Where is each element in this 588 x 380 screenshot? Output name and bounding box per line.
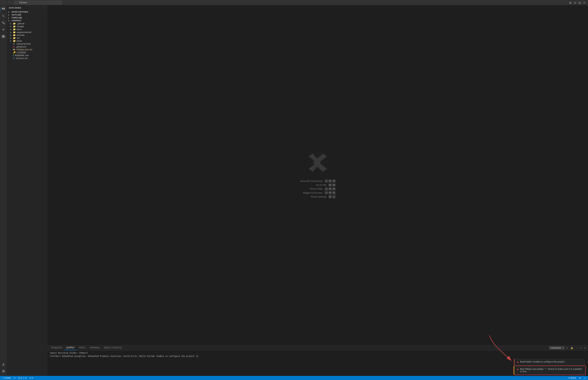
file-icon-git: ◈ [13,45,15,48]
status-changes[interactable]: ↓ 0 [29,377,34,379]
panel-lock-icon[interactable]: 🔒 [570,346,574,350]
folder-chevron-icon-7: ▶ [10,40,12,42]
folder-chevron-icon-3: ▶ [10,28,12,30]
file-name-readme: README.md [15,54,29,57]
search-input[interactable] [14,1,62,4]
settings-icon[interactable]: ⚙ [582,1,586,4]
content-area: Show All Commands ⇧ ⌘ P Go to File ⌘ P F [48,5,588,376]
activity-item-run[interactable] [0,26,7,33]
tree-item-include[interactable]: ▶ 📁 include [7,34,47,37]
tree-item-docs[interactable]: ▶ 📁 docs [7,28,47,31]
command-row-3: Find in Files ⇧ ⌘ F [300,188,336,190]
section-timeline[interactable]: ▶ TIMELINE [7,16,47,19]
command-label-3: Find in Files [310,188,322,190]
folder-icon-7: 📁 [13,40,16,42]
folder-chevron-icon-2: ▶ [10,25,12,27]
warning-icon: ⚠ [23,377,24,379]
status-errors[interactable]: ⊗ 0 ⚠ 0 [18,377,27,379]
kbd-9: ^ [325,191,328,194]
folder-icon-3: 📁 [13,28,16,31]
panel-more-icon[interactable]: ··· [575,346,578,350]
file-tree: ▶ 📁 .github ▶ 📁 cmake ▶ 📁 docs ▶ [7,22,47,60]
sidebar-more-button[interactable]: ··· [43,6,45,9]
commands-list: Show All Commands ⇧ ⌘ P Go to File ⌘ P F [300,180,336,198]
folder-chevron-icon-5: ▶ [10,34,12,36]
status-config-icon[interactable]: ⚙ [578,377,582,379]
tree-item-cmakelists[interactable]: M CMakeLists.txt [7,48,47,51]
folder-icon-2: 📁 [13,25,16,28]
branch-name: master [4,377,11,379]
section-chemist[interactable]: ▼ CHEMIST [7,19,47,22]
file-name-cmake: CMakeLists.txt [16,48,32,51]
status-branch[interactable]: ⑂ master [1,377,12,379]
activity-item-source-control[interactable] [0,19,7,26]
status-play-icon[interactable]: ▷ [584,377,587,379]
tree-item-src[interactable]: ▶ 📁 src [7,37,47,39]
kbd-10: ⌘ [328,191,332,194]
folder-name-2: cmake [17,25,24,28]
folder-name-7: tests [17,40,22,42]
tree-item-cmake[interactable]: ▶ 📁 cmake [7,25,47,28]
tab-problems[interactable]: PROBLEMS [49,345,64,350]
status-sync[interactable]: ↻ [13,377,16,379]
tree-item-license[interactable]: 🔑 LICENSE [7,51,47,54]
command-label-2: Go to File [316,184,326,186]
kbd-group-3: ⇧ ⌘ F [325,188,336,190]
status-build[interactable]: ⊙ Build [568,377,576,379]
output-dropdown-wrapper: CMake/Build [549,346,565,349]
activity-item-settings[interactable] [0,368,7,375]
tree-item-version[interactable]: ⊙ version.txt [7,57,47,60]
tab-output[interactable]: OUTPUT [64,345,77,350]
folder-name-6: src [17,37,20,39]
section-open-editors[interactable]: ▶ OPEN EDITORS [7,11,47,13]
titlebar-nav: ← → [2,1,12,4]
notif-text-2: Bad CMake executable: "". Check to make … [520,368,583,373]
command-row-5: Show Settings ⌘ , [300,195,336,198]
kbd-12: ⌘ [328,195,332,198]
back-button[interactable]: ← [2,1,6,4]
folder-icon-6: 📁 [13,37,16,39]
file-icon-clang: ≡ [13,42,15,45]
kbd-group-2: ⌘ P [328,184,336,187]
play-icon-status: ▷ [585,377,586,379]
kbd-5: P [332,184,336,187]
changes-count: 0 [32,377,33,379]
folder-name-3: docs [17,28,22,31]
file-name-version: version.txt [16,57,28,59]
status-right: ⊙ Build ⚙ ▷ [568,377,587,379]
tree-item-clang-format[interactable]: ≡ .clang-format [7,42,47,45]
file-icon-readme: ℹ [13,54,14,57]
tab-terminal[interactable]: TERMINAL [87,345,102,350]
layout-icon-2[interactable]: ▤ [573,1,577,4]
activity-item-extensions[interactable] [0,33,7,40]
tab-debug-console[interactable]: DEBUG CONSOLE [102,345,124,350]
forward-button[interactable]: → [7,1,12,4]
panel-expand-icon[interactable]: ∧ [580,346,583,350]
section-outline[interactable]: ▶ OUTLINE [7,13,47,16]
output-dropdown[interactable]: CMake/Build [549,346,565,349]
activity-item-accounts[interactable] [0,361,7,368]
folder-icon: 📁 [13,22,16,25]
chevron-down-icon: ▼ [8,20,11,22]
kbd-13: , [332,195,336,198]
panel-close-icon[interactable]: ✕ [583,346,587,350]
tree-item-readme[interactable]: ℹ README.md [7,54,47,57]
status-left: ⑂ master ↻ ⊗ 0 ⚠ 0 ↓ 0 [1,377,34,379]
activity-item-explorer[interactable] [0,6,7,13]
activity-item-search[interactable] [0,13,7,19]
tree-item-experimental[interactable]: ▶ 📁 experimental [7,31,47,34]
panel-tabs: PROBLEMS OUTPUT PORTS TERMINAL DEBUG CON… [48,345,588,350]
notif-error-icon-1: ⊗ [517,361,519,363]
tree-item-github[interactable]: ▶ 📁 .github [7,22,47,25]
panel-clear-icon[interactable]: ≡ [566,346,569,350]
layout-icon-3[interactable]: ▦ [578,1,581,4]
kbd-group-5: ⌘ , [328,195,336,198]
tab-ports[interactable]: PORTS [76,345,87,350]
layout-icon-1[interactable]: ▣ [569,1,572,4]
tree-item-tests[interactable]: ▶ 📁 tests [7,39,47,42]
file-name-license: LICENSE [17,51,26,54]
notification-2: ⊗ Bad CMake executable: "". Check to mak… [514,366,585,375]
chevron-right-icon-3: ▶ [8,17,11,19]
kbd-8: F [332,188,336,190]
tree-item-gitignore[interactable]: ◈ .gitignore [7,45,47,48]
